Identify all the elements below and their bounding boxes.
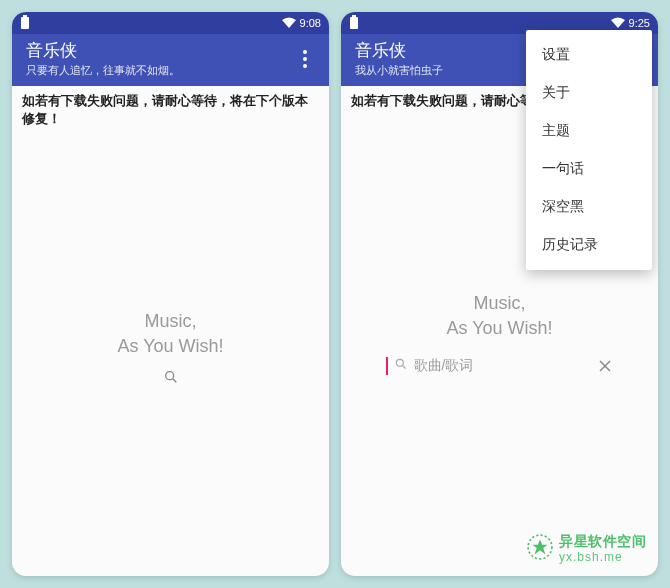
welcome-line-1: Music,: [341, 291, 658, 316]
menu-item-history[interactable]: 历史记录: [526, 226, 652, 264]
clear-button[interactable]: [596, 357, 614, 375]
status-time: 9:08: [300, 17, 321, 29]
svg-rect-0: [23, 15, 27, 17]
phone-screenshot-right: 9:25 音乐侠 我从小就害怕虫子 如若有下载失败问题，请耐心等待 Music,…: [341, 12, 658, 576]
welcome-line-2: As You Wish!: [12, 334, 329, 359]
text-cursor: [386, 357, 388, 375]
menu-item-darkmode[interactable]: 深空黑: [526, 188, 652, 226]
wifi-icon: [282, 17, 296, 30]
app-subtitle: 只要有人追忆，往事就不如烟。: [26, 63, 180, 78]
app-subtitle: 我从小就害怕虫子: [355, 63, 443, 78]
watermark: 异星软件空间 yx.bsh.me: [527, 533, 646, 564]
status-time: 9:25: [629, 17, 650, 29]
status-bar: 9:08: [12, 12, 329, 34]
svg-rect-1: [21, 17, 29, 29]
welcome-line-1: Music,: [12, 309, 329, 334]
battery-icon: [20, 15, 30, 31]
svg-marker-11: [532, 539, 547, 554]
welcome-text: Music, As You Wish! 歌曲/歌词: [341, 291, 658, 383]
menu-item-about[interactable]: 关于: [526, 74, 652, 112]
svg-line-3: [173, 379, 176, 382]
welcome-line-2: As You Wish!: [341, 316, 658, 341]
search-icon[interactable]: [163, 369, 179, 385]
battery-icon: [349, 15, 359, 31]
svg-line-7: [402, 366, 405, 369]
menu-item-theme[interactable]: 主题: [526, 112, 652, 150]
notice-banner: 如若有下载失败问题，请耐心等待，将在下个版本修复！: [12, 86, 329, 134]
overflow-menu: 设置 关于 主题 一句话 深空黑 历史记录: [526, 30, 652, 270]
search-placeholder: 歌曲/歌词: [414, 357, 590, 375]
phone-screenshot-left: 9:08 音乐侠 只要有人追忆，往事就不如烟。 如若有下载失败问题，请耐心等待，…: [12, 12, 329, 576]
search-icon: [394, 357, 408, 375]
wifi-icon: [611, 17, 625, 30]
app-title: 音乐侠: [355, 40, 443, 62]
app-title: 音乐侠: [26, 40, 180, 62]
overflow-menu-button[interactable]: [293, 44, 317, 74]
svg-point-2: [165, 372, 173, 380]
star-icon: [527, 534, 553, 564]
menu-item-quote[interactable]: 一句话: [526, 150, 652, 188]
svg-point-6: [396, 360, 403, 367]
more-vert-icon: [303, 50, 307, 68]
search-input[interactable]: 歌曲/歌词: [380, 349, 620, 383]
welcome-text: Music, As You Wish!: [12, 309, 329, 389]
menu-item-settings[interactable]: 设置: [526, 36, 652, 74]
app-bar: 音乐侠 只要有人追忆，往事就不如烟。: [12, 34, 329, 86]
watermark-title: 异星软件空间: [559, 533, 646, 550]
svg-rect-4: [352, 15, 356, 17]
svg-rect-5: [350, 17, 358, 29]
watermark-url: yx.bsh.me: [559, 550, 646, 564]
